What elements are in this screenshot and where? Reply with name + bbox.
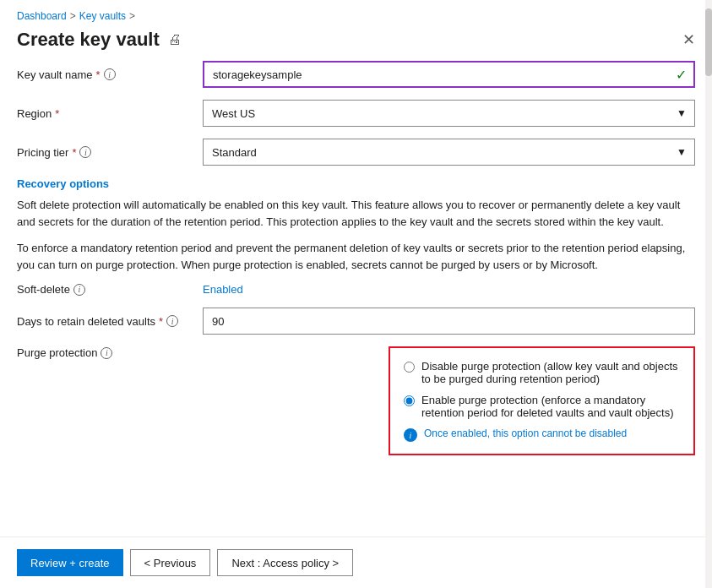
pricing-tier-row: Pricing tier * i Standard Premium ▼ — [17, 139, 695, 166]
previous-button[interactable]: < Previous — [130, 549, 211, 576]
scrollbar[interactable] — [705, 0, 712, 588]
purge-disable-radio[interactable] — [404, 362, 415, 373]
purge-protection-section: Purge protection i Disable purge protect… — [17, 346, 695, 455]
create-keyvault-dialog: Dashboard > Key vaults > Create key vaul… — [0, 0, 712, 588]
purge-protection-label: Purge protection i — [17, 346, 203, 359]
close-icon[interactable]: ✕ — [682, 32, 695, 47]
recovery-section-title: Recovery options — [17, 177, 695, 190]
print-icon[interactable]: 🖨 — [168, 32, 182, 47]
keyvault-name-checkmark: ✓ — [676, 67, 687, 83]
days-required: * — [159, 315, 163, 328]
pricing-tier-select[interactable]: Standard Premium — [203, 139, 695, 166]
days-retain-label: Days to retain deleted vaults * i — [17, 315, 203, 328]
soft-delete-description-2: To enforce a mandatory retention period … — [17, 240, 695, 273]
purge-enable-option[interactable]: Enable purge protection (enforce a manda… — [404, 394, 680, 419]
breadcrumb-sep1: > — [70, 10, 76, 22]
region-row: Region * West US East US West Europe ▼ — [17, 100, 695, 127]
region-select[interactable]: West US East US West Europe — [203, 100, 695, 127]
purge-note-text: Once enabled, this option cannot be disa… — [424, 427, 627, 439]
page-title: Create key vault — [17, 29, 160, 51]
purge-note: i Once enabled, this option cannot be di… — [404, 427, 680, 442]
form-content: Key vault name * i ✓ Region * West US — [0, 61, 712, 536]
soft-delete-description-1: Soft delete protection will automaticall… — [17, 197, 695, 230]
purge-options-box: Disable purge protection (allow key vaul… — [389, 346, 695, 455]
soft-delete-row: Soft-delete i Enabled — [17, 283, 695, 296]
pricing-tier-select-wrapper: Standard Premium ▼ — [203, 139, 695, 166]
days-retain-row: Days to retain deleted vaults * i — [17, 308, 695, 335]
purge-note-icon: i — [404, 428, 417, 442]
next-button[interactable]: Next : Access policy > — [217, 549, 353, 576]
soft-delete-value: Enabled — [203, 283, 695, 296]
days-input[interactable] — [203, 308, 695, 335]
keyvault-name-label: Key vault name * i — [17, 68, 203, 81]
scrollbar-thumb[interactable] — [705, 8, 712, 76]
purge-disable-option[interactable]: Disable purge protection (allow key vaul… — [404, 360, 680, 385]
title-group: Create key vault 🖨 — [17, 29, 182, 51]
keyvault-name-input[interactable] — [203, 61, 695, 88]
pricing-tier-required: * — [72, 146, 76, 159]
keyvault-name-info-icon[interactable]: i — [104, 68, 116, 80]
breadcrumb-keyvaults[interactable]: Key vaults — [79, 10, 126, 22]
keyvault-name-field: ✓ — [203, 61, 695, 88]
soft-delete-info-icon[interactable]: i — [73, 284, 85, 296]
region-select-wrapper: West US East US West Europe ▼ — [203, 100, 695, 127]
keyvault-name-input-wrapper: ✓ — [203, 61, 695, 88]
breadcrumb-dashboard[interactable]: Dashboard — [17, 10, 67, 22]
region-required: * — [55, 107, 59, 120]
purge-info-icon[interactable]: i — [101, 347, 112, 359]
purge-enable-radio[interactable] — [404, 395, 415, 406]
breadcrumb-sep2: > — [129, 10, 135, 22]
days-field — [203, 308, 695, 335]
review-create-button[interactable]: Review + create — [17, 549, 123, 576]
pricing-tier-label: Pricing tier * i — [17, 146, 203, 159]
breadcrumb: Dashboard > Key vaults > — [0, 0, 712, 25]
pricing-tier-info-icon[interactable]: i — [79, 146, 91, 158]
dialog-header: Create key vault 🖨 ✕ — [0, 25, 712, 61]
keyvault-name-row: Key vault name * i ✓ — [17, 61, 695, 88]
region-label: Region * — [17, 107, 203, 120]
soft-delete-label: Soft-delete i — [17, 283, 203, 296]
pricing-tier-field: Standard Premium ▼ — [203, 139, 695, 166]
region-field: West US East US West Europe ▼ — [203, 100, 695, 127]
keyvault-name-required: * — [96, 68, 101, 81]
footer: Review + create < Previous Next : Access… — [0, 536, 712, 588]
days-info-icon[interactable]: i — [166, 315, 178, 327]
